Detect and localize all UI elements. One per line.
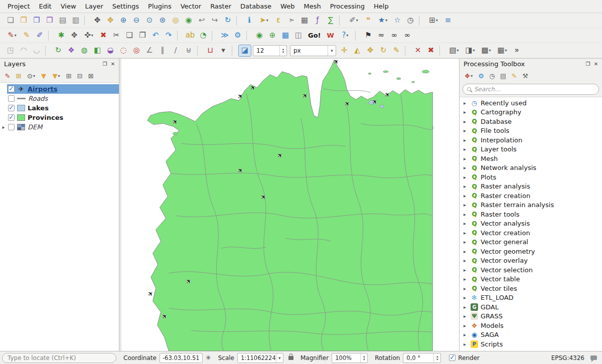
map-theme-shortcut-4[interactable]: ▦ <box>494 45 510 57</box>
toolbox-item-file-tools[interactable]: File tools <box>460 126 602 136</box>
fill-ring[interactable]: ◒ <box>104 45 117 57</box>
expand-arrow-icon[interactable] <box>464 184 470 189</box>
save-layer-edits[interactable]: ✐ <box>33 30 46 42</box>
delete-part[interactable]: ◎ <box>130 45 143 57</box>
toolbar-overflow[interactable]: » <box>510 45 523 57</box>
toolbox-item-raster-analysis[interactable]: Raster analysis <box>460 182 602 192</box>
eyeglasses-view-2[interactable]: ∞ <box>401 30 414 42</box>
menu-item-web[interactable]: Web <box>276 1 299 12</box>
extents-icon[interactable]: ✳ <box>206 354 211 361</box>
render-toggle[interactable]: Render <box>449 354 480 361</box>
photo-plugin[interactable]: ◫ <box>292 30 305 42</box>
expand-arrow-icon[interactable] <box>464 230 470 236</box>
add-part[interactable]: ◧ <box>91 45 104 57</box>
expand-arrow-icon[interactable] <box>464 267 470 273</box>
toolbox-search-box[interactable] <box>463 84 599 95</box>
expand-arrow-icon[interactable] <box>464 304 470 310</box>
filter-legend-expression[interactable]: ▼ <box>49 71 63 81</box>
current-edits[interactable]: ✎ <box>4 30 20 42</box>
models-menu[interactable]: ❖ <box>462 71 476 81</box>
save-project[interactable]: ❒ <box>30 15 43 27</box>
statistical-summary[interactable]: ∑ <box>324 15 337 27</box>
toolbox-item-vector-geometry[interactable]: Vector geometry <box>460 247 602 256</box>
layer-visibility-checkbox[interactable] <box>8 95 15 102</box>
temporal-controller[interactable]: ◷ <box>404 15 417 27</box>
zoom-out[interactable]: ⊖ <box>130 15 143 27</box>
pin-labels[interactable]: ✛ <box>338 45 351 57</box>
label-toolbar-toggle[interactable]: ◪ <box>238 45 251 57</box>
show-hide-labels[interactable]: ◭ <box>351 45 364 57</box>
expand-arrow-icon[interactable] <box>464 239 470 245</box>
select-features[interactable]: ➤ <box>256 15 272 27</box>
toolbox-item-scripts[interactable]: Scripts <box>460 339 602 349</box>
menu-item-view[interactable]: View <box>56 1 81 12</box>
pan-map[interactable]: ✥ <box>91 15 104 27</box>
undo[interactable]: ↶ <box>149 30 162 42</box>
wikipedia-plugin[interactable]: W <box>324 30 337 42</box>
layer-item-roads[interactable]: Roads <box>0 94 119 103</box>
toolbox-item-vector-analysis[interactable]: Vector analysis <box>460 219 602 229</box>
expand-arrow-icon[interactable] <box>464 332 470 337</box>
expand-arrow-icon[interactable] <box>464 313 470 319</box>
zoom-full[interactable]: ⊛ <box>156 15 169 27</box>
toolbox-item-saga[interactable]: SAGA <box>460 330 602 340</box>
menu-item-layer[interactable]: Layer <box>81 1 108 12</box>
change-label-properties[interactable]: ✎ <box>390 45 403 57</box>
map-canvas[interactable]: ✈✈✈✈✈✈✈✈✈✈✈✈✈✈ <box>121 59 459 351</box>
menu-item-edit[interactable]: Edit <box>34 1 56 12</box>
go-button[interactable]: Go! <box>305 30 324 42</box>
toolbox-item-grass[interactable]: GRASS <box>460 312 602 321</box>
expand-arrow-icon[interactable] <box>464 119 470 124</box>
toolbox-item-mesh[interactable]: Mesh <box>460 154 602 163</box>
attribute-plugin[interactable]: ▦ <box>279 30 292 42</box>
add-ring[interactable]: ◍ <box>78 45 91 57</box>
layer-labeling[interactable]: ab <box>184 30 197 42</box>
expand-arrow-icon[interactable] <box>464 202 470 208</box>
merge-features[interactable]: ⊎ <box>182 45 195 57</box>
expand-arrow-icon[interactable] <box>464 249 470 254</box>
locate-box[interactable] <box>2 353 116 363</box>
pan-to-selection[interactable]: ✥ <box>104 15 117 27</box>
toolbox-item-vector-tiles[interactable]: Vector tiles <box>460 284 602 293</box>
data-source-manager[interactable]: ≡ <box>441 15 455 27</box>
render-checkbox[interactable] <box>449 354 456 361</box>
menu-item-vector[interactable]: Vector <box>176 1 206 12</box>
deselect-features[interactable]: ➣ <box>285 15 298 27</box>
toolbox-item-raster-creation[interactable]: Raster creation <box>460 191 602 201</box>
toolbox-item-vector-creation[interactable]: Vector creation <box>460 228 602 238</box>
layer-item-provinces[interactable]: Provinces <box>0 113 119 122</box>
remove-layer[interactable]: ⊠ <box>85 71 96 81</box>
menu-item-mesh[interactable]: Mesh <box>299 1 325 12</box>
delete-ring[interactable]: ◌ <box>117 45 130 57</box>
toolbox-item-plots[interactable]: Plots <box>460 172 602 182</box>
expand-arrow-icon[interactable] <box>464 276 470 282</box>
processing-toolbox-button[interactable]: ⚙ <box>231 30 244 42</box>
crs-indicator[interactable]: EPSG:4326 <box>551 354 584 361</box>
edit-features-in-place[interactable]: ✎ <box>509 71 520 81</box>
coordinate-value[interactable]: -63.03,10.51 <box>160 353 203 363</box>
toolbox-item-database[interactable]: Database <box>460 117 602 126</box>
scale-combo[interactable]: 1:11062224 ▾ <box>237 353 283 363</box>
expand-arrow-icon[interactable] <box>464 323 470 328</box>
lock-icon[interactable] <box>288 356 293 360</box>
menu-item-processing[interactable]: Processing <box>326 1 369 12</box>
expand-arrow-icon[interactable] <box>464 212 470 217</box>
toolbox-item-cartography[interactable]: Cartography <box>460 108 602 117</box>
toolbox-item-vector-general[interactable]: Vector general <box>460 238 602 247</box>
rotation-spinbox[interactable]: 0,0 ° ▴▾ <box>403 353 441 363</box>
eyeglasses-view-1[interactable]: ∞ <box>388 30 401 42</box>
offset-curve[interactable]: ∥ <box>156 45 169 57</box>
expand-arrow-icon[interactable] <box>464 137 470 143</box>
digitize-shape-disabled[interactable]: ◳ <box>4 45 17 57</box>
toggle-editing[interactable]: ✎ <box>20 30 33 42</box>
expand-arrow-icon[interactable] <box>464 193 470 199</box>
measure-line[interactable]: ✐ <box>346 15 362 27</box>
layer-visibility-checkbox[interactable] <box>8 86 15 92</box>
rotate-label[interactable]: ↻ <box>377 45 390 57</box>
menu-item-database[interactable]: Database <box>236 1 276 12</box>
map-theme-shortcut-1[interactable]: ▧ <box>446 45 462 57</box>
manage-map-themes[interactable]: ⊙ <box>24 71 38 81</box>
expand-arrow-icon[interactable] <box>464 156 470 161</box>
toolbox-item-etl-load[interactable]: ETL_LOAD <box>460 293 602 303</box>
layer-item-airports[interactable]: Airports <box>0 84 119 94</box>
